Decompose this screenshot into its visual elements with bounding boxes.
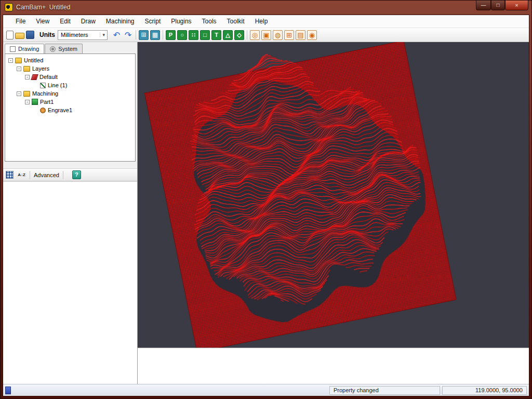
viewport-3d[interactable] xyxy=(138,42,529,348)
tree-item-part1[interactable]: -Part1 xyxy=(5,98,135,106)
status-grip xyxy=(5,387,11,394)
line-icon xyxy=(40,83,46,88)
menu-edit[interactable]: Edit xyxy=(55,16,76,26)
units-dropdown[interactable]: Millimeters ▾ xyxy=(58,30,108,40)
categorized-view-icon[interactable] xyxy=(6,171,14,179)
folder-icon xyxy=(23,66,30,72)
tree-collapse-icon[interactable]: - xyxy=(17,91,21,96)
app-window: CamBam+ Untitled — □ × FileViewEditDrawM… xyxy=(0,0,532,399)
tree-item-layers[interactable]: -Layers xyxy=(5,64,135,73)
tree-item-label: Line (1) xyxy=(48,82,67,88)
tree-item-label: Engrave1 xyxy=(48,107,72,113)
folder-icon xyxy=(15,58,22,63)
tree-collapse-icon[interactable]: - xyxy=(25,75,30,79)
draw-rectangle-icon[interactable]: □ xyxy=(200,30,210,40)
menu-plugins[interactable]: Plugins xyxy=(166,16,196,26)
draw-pointlist-icon[interactable]: ∷ xyxy=(189,30,198,40)
toolbar-file-group xyxy=(6,31,34,39)
tree-collapse-icon[interactable]: - xyxy=(25,100,30,104)
status-coordinates: 119.0000, 95.0000 xyxy=(442,386,527,395)
alphabetical-sort-icon[interactable]: A↓Z xyxy=(17,171,26,179)
propbar-separator xyxy=(63,171,63,179)
client-area: FileViewEditDrawMachiningScriptPluginsTo… xyxy=(3,15,529,396)
panel-tabs: DrawingSystem xyxy=(3,42,137,54)
toolbar-draw-group: P○∷□T△◇ xyxy=(166,30,244,40)
menu-script[interactable]: Script xyxy=(140,16,166,26)
title-bar: CamBam+ Untitled — □ × xyxy=(1,1,531,15)
toolbar-separator xyxy=(247,30,247,39)
draw-surface-icon[interactable]: △ xyxy=(223,30,233,40)
tree-item-default[interactable]: -Default xyxy=(5,73,135,81)
tree-item-untitled[interactable]: -Untitled xyxy=(5,56,135,64)
menu-help[interactable]: Help xyxy=(250,16,273,26)
menu-draw[interactable]: Draw xyxy=(76,16,101,26)
toolbar-separator xyxy=(163,30,163,39)
tab-label: System xyxy=(58,46,77,52)
toolbar-view-group: ⊞▦ xyxy=(139,30,160,40)
snap-grid-icon[interactable]: ⊞ xyxy=(139,30,149,40)
layer-icon xyxy=(31,74,38,80)
properties-panel xyxy=(3,181,137,384)
tree-collapse-icon[interactable]: - xyxy=(17,66,21,71)
machine-engrave-icon[interactable]: ◍ xyxy=(273,30,283,40)
tree-item-label: Untitled xyxy=(24,57,43,63)
draw-circle-icon[interactable]: ○ xyxy=(177,30,187,40)
machine-profile-icon[interactable]: ▣ xyxy=(261,30,271,40)
menu-tools[interactable]: Tools xyxy=(197,16,222,26)
draw-region-icon[interactable]: ◇ xyxy=(234,30,244,40)
tab-drawing[interactable]: Drawing xyxy=(5,44,44,54)
toolbar-separator xyxy=(136,30,136,39)
window-controls: — □ × xyxy=(476,1,528,10)
advanced-label[interactable]: Advanced xyxy=(34,172,59,178)
open-file-icon[interactable] xyxy=(15,33,24,39)
menu-view[interactable]: View xyxy=(31,16,55,26)
app-icon xyxy=(5,3,13,11)
status-bar: Property changed 119.0000, 95.0000 xyxy=(3,384,529,396)
tree-item-label: Part1 xyxy=(40,99,54,105)
machine-lathe-icon[interactable]: ▤ xyxy=(296,30,305,40)
tree-collapse-icon[interactable]: - xyxy=(8,58,13,63)
tree-item-line-1[interactable]: Line (1) xyxy=(5,81,135,89)
undo-icon[interactable]: ↶ xyxy=(112,30,122,40)
machine-pocket-icon[interactable]: ◎ xyxy=(250,30,260,40)
drawing-tree: -Untitled-Layers-DefaultLine (1)-Machini… xyxy=(5,54,136,162)
save-file-icon[interactable] xyxy=(26,31,34,39)
properties-toolbar: A↓Z Advanced ? xyxy=(3,168,137,181)
toolbar-machining-group: ◎▣◍⊞▤◉ xyxy=(250,30,317,40)
folder-icon xyxy=(23,91,30,97)
new-file-icon[interactable] xyxy=(6,31,14,39)
menu-toolkit[interactable]: Toolkit xyxy=(222,16,250,26)
maximize-button[interactable]: □ xyxy=(491,1,505,10)
menu-machining[interactable]: Machining xyxy=(101,16,140,26)
tree-item-engrave1[interactable]: Engrave1 xyxy=(5,106,135,114)
menu-file[interactable]: File xyxy=(10,16,31,26)
redo-icon[interactable]: ↷ xyxy=(123,30,133,40)
draw-text-icon[interactable]: T xyxy=(211,30,221,40)
tree-item-label: Layers xyxy=(32,65,49,72)
draw-polyline-icon[interactable]: P xyxy=(166,30,176,40)
page-icon xyxy=(10,46,16,52)
engrave-icon xyxy=(40,108,46,113)
tree-item-label: Machining xyxy=(32,90,58,97)
left-panel: DrawingSystem -Untitled-Layers-DefaultLi… xyxy=(3,42,138,384)
tree-item-machining[interactable]: -Machining xyxy=(5,89,135,98)
propbar-separator xyxy=(30,171,30,179)
machine-3d-icon[interactable]: ◉ xyxy=(307,30,317,40)
tree-item-label: Default xyxy=(39,74,58,80)
help-icon[interactable]: ? xyxy=(72,170,81,179)
toolbar: Units Millimeters ▾ ↶↷ ⊞▦ P○∷□T△◇ ◎▣◍⊞▤◉ xyxy=(3,28,529,42)
tab-label: Drawing xyxy=(18,46,39,52)
wrench-icon xyxy=(50,46,56,52)
chevron-down-icon[interactable]: ▾ xyxy=(100,32,107,37)
main-content: DrawingSystem -Untitled-Layers-DefaultLi… xyxy=(3,42,529,384)
toolbar-history-group: ↶↷ xyxy=(112,30,133,40)
part-icon xyxy=(32,99,38,105)
units-label: Units xyxy=(39,31,55,38)
units-value: Millimeters xyxy=(61,32,88,38)
machine-drill-icon[interactable]: ⊞ xyxy=(284,30,294,40)
minimize-button[interactable]: — xyxy=(476,1,491,10)
bottom-empty-panel xyxy=(138,348,529,384)
show-grid-icon[interactable]: ▦ xyxy=(150,30,160,40)
tab-system[interactable]: System xyxy=(45,44,83,54)
close-button[interactable]: × xyxy=(505,1,528,10)
